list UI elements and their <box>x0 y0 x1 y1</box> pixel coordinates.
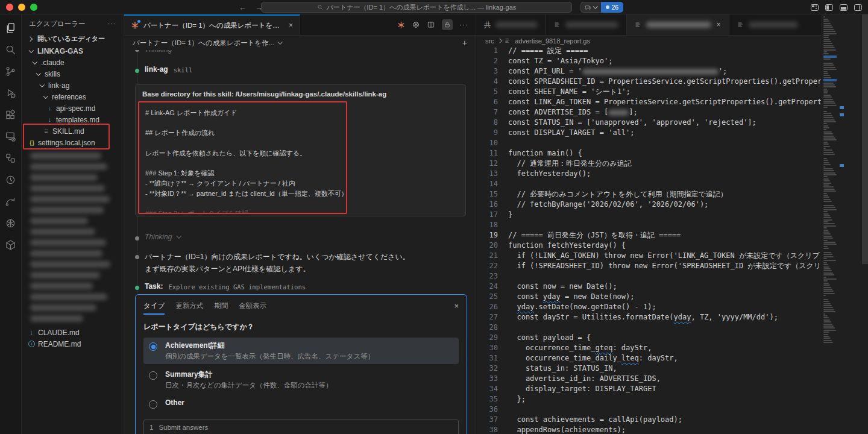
code-line-16[interactable]: 16 // fetchByRange('2026/02/06', '2026/0… <box>476 200 868 210</box>
code-line-27[interactable]: 27 const dayStr = Utilities.formatDate(y… <box>476 312 868 322</box>
redacted-tree-item[interactable] <box>22 313 124 324</box>
tree-item-skills[interactable]: skills <box>22 68 124 80</box>
tree-item-templates.md[interactable]: ↓templates.md <box>22 114 124 125</box>
code-line-37[interactable]: 37 const achievements = callApi(payload)… <box>476 415 868 425</box>
chat-session-header[interactable]: パートナー（ID= 1）への成果レポートを作... + <box>124 36 476 50</box>
redacted-tree-item[interactable] <box>22 172 124 183</box>
code-line-22[interactable]: 22 if (!SPREADSHEET_ID) throw new Error(… <box>476 261 868 271</box>
code-line-8[interactable]: 8const STATUS_IN = ['unapproved', 'appro… <box>476 118 868 128</box>
lock-button[interactable] <box>442 19 453 30</box>
form-tab-更新方式[interactable]: 更新方式 <box>175 301 203 313</box>
code-line-15[interactable]: 15 // 必要時のみコメントアウトを外して利用（期間指定で追記） <box>476 189 868 200</box>
code-line-17[interactable]: 17} <box>476 210 868 220</box>
toggle-panel-icon[interactable] <box>840 4 848 11</box>
editor-tab-2[interactable] <box>546 14 627 35</box>
radio-icon[interactable] <box>149 400 157 409</box>
back-icon[interactable]: ← <box>239 3 247 12</box>
radio-icon[interactable] <box>149 371 157 380</box>
minimap[interactable] <box>822 16 838 434</box>
redacted-tree-item[interactable] <box>22 226 124 237</box>
code-line-20[interactable]: 20function fetchYesterday() { <box>476 241 868 251</box>
chat-more-actions-icon[interactable]: ··· <box>459 20 468 29</box>
code-line-30[interactable]: 30 occurrence_time_gteq: dayStr, <box>476 343 868 353</box>
thinking-row[interactable]: Thinking <box>135 233 181 241</box>
option-Achievement詳細[interactable]: Achievement詳細個別の成果データを一覧表示（発生日時、広告名、ステータ… <box>143 338 459 364</box>
run-debug-icon[interactable] <box>1 83 20 103</box>
tree-item-CLAUDE.md[interactable]: ↓CLAUDE.md <box>22 327 124 338</box>
session-icon-button[interactable] <box>580 2 601 13</box>
code-line-7[interactable]: 7const ADVERTISE_IDS = []; <box>476 107 868 118</box>
toggle-secondary-sidebar-icon[interactable] <box>854 4 862 11</box>
breadcrumb[interactable]: src advertise_9818_report.gs <box>476 36 868 46</box>
flow-icon[interactable] <box>1 192 20 212</box>
chat-tab[interactable]: パートナー（ID= 1）への成果レポートを作成し... × <box>124 14 300 35</box>
code-line-19[interactable]: 19// ===== 前日発生分（JST）を取得・追記 ===== <box>476 230 868 241</box>
openai-icon[interactable] <box>1 213 20 233</box>
tree-item-README.md[interactable]: iREADME.md <box>22 338 124 350</box>
code-line-11[interactable]: 11function main() { <box>476 148 868 159</box>
breadcrumb-folder[interactable]: src <box>485 37 494 45</box>
extensions-icon[interactable] <box>1 105 20 125</box>
claude-toolbar-icon[interactable] <box>397 21 405 29</box>
code-line-28[interactable]: 28 <box>476 322 868 333</box>
editor-tab-4[interactable] <box>729 14 806 35</box>
tree-item-.claude[interactable]: .claude <box>22 57 124 68</box>
redacted-tree-item[interactable] <box>22 302 124 313</box>
editor-tab-active[interactable]: × <box>627 14 729 35</box>
redacted-tree-item[interactable] <box>22 215 124 226</box>
redacted-tree-item[interactable] <box>22 269 124 280</box>
code-line-35[interactable]: 35 }; <box>476 394 868 404</box>
close-window-button[interactable] <box>6 4 13 11</box>
redacted-tree-item[interactable] <box>22 237 124 248</box>
redacted-tree-item[interactable] <box>22 150 124 161</box>
history-icon[interactable] <box>1 170 20 190</box>
code-line-1[interactable]: 1// ===== 設定 ===== <box>476 46 868 56</box>
tree-item-SKILL.md[interactable]: ≡SKILL.md <box>22 125 124 137</box>
code-line-5[interactable]: 5const SHEET_NAME = 'シート1'; <box>476 87 868 97</box>
option-Summary集計[interactable]: Summary集計日次・月次などの集計データ（件数、金額の合計等） <box>143 366 459 393</box>
code-line-24[interactable]: 24 const now = new Date(); <box>476 281 868 292</box>
code-line-10[interactable]: 10 <box>476 138 868 148</box>
form-tab-期間[interactable]: 期間 <box>214 301 228 313</box>
code-line-25[interactable]: 25 const yday = new Date(now); <box>476 292 868 302</box>
minimize-window-button[interactable] <box>18 4 25 11</box>
code-line-23[interactable]: 23 <box>476 271 868 281</box>
close-tab-icon[interactable]: × <box>717 20 721 29</box>
tree-item-link-ag[interactable]: link-ag <box>22 80 124 91</box>
redacted-tree-item[interactable] <box>22 204 124 215</box>
code-line-3[interactable]: 3const API_URL = ''; <box>476 66 868 77</box>
openai-toolbar-icon[interactable] <box>412 20 420 29</box>
explorer-icon[interactable] <box>1 18 20 38</box>
code-line-6[interactable]: 6const LINK_AG_TOKEN = PropertiesService… <box>476 97 868 107</box>
redacted-tree-item[interactable] <box>22 193 124 204</box>
code-line-13[interactable]: 13 fetchYesterday(); <box>476 169 868 179</box>
new-session-icon[interactable]: + <box>462 38 467 48</box>
code-line-18[interactable]: 18 <box>476 220 868 230</box>
redacted-tree-item[interactable] <box>22 161 124 172</box>
zoom-window-button[interactable] <box>30 4 37 11</box>
code-line-4[interactable]: 4const SPREADSHEET_ID = PropertiesServic… <box>476 77 868 87</box>
code-line-2[interactable]: 2const TZ = 'Asia/Tokyo'; <box>476 56 868 66</box>
code-line-31[interactable]: 31 occurrence_time_daily_lteq: dayStr, <box>476 353 868 363</box>
redacted-tree-item[interactable] <box>22 259 124 269</box>
tree-item-api-spec.md[interactable]: ↓api-spec.md <box>22 102 124 114</box>
customize-layout-icon[interactable] <box>811 4 819 11</box>
option-Other[interactable]: Other <box>143 395 459 412</box>
editor-tab-1[interactable]: 共 <box>476 14 546 35</box>
form-tab-タイプ[interactable]: タイプ <box>143 301 165 315</box>
components-icon[interactable] <box>1 148 20 168</box>
split-editor-icon[interactable] <box>427 20 435 29</box>
code-line-34[interactable]: 34 display_target: DISPLAY_TARGET <box>476 384 868 394</box>
source-control-icon[interactable] <box>1 61 20 81</box>
code-content[interactable]: 1// ===== 設定 =====2const TZ = 'Asia/Toky… <box>476 46 868 434</box>
session-control[interactable]: 26 <box>580 2 623 13</box>
code-line-29[interactable]: 29 const payload = { <box>476 333 868 343</box>
radio-icon[interactable] <box>149 342 157 351</box>
code-line-12[interactable]: 12 // 通常運用：昨日発生分のみ追記 <box>476 159 868 169</box>
code-line-26[interactable]: 26 yday.setDate(now.getDate() - 1); <box>476 302 868 312</box>
close-form-icon[interactable]: × <box>454 301 459 310</box>
form-tab-金額表示[interactable]: 金額表示 <box>239 301 266 313</box>
editor-scrollbar[interactable] <box>862 14 868 264</box>
breadcrumb-file[interactable]: advertise_9818_report.gs <box>515 37 590 45</box>
redacted-tree-item[interactable] <box>22 183 124 193</box>
